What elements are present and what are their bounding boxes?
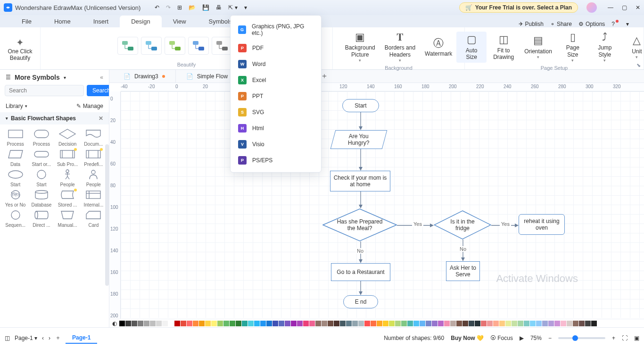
color-swatch[interactable] (187, 321, 192, 326)
shape-manual[interactable]: Manual... (55, 209, 80, 228)
color-swatch[interactable] (303, 321, 309, 326)
shapes-section-header[interactable]: ▾Basic Flowchart Shapes✕ (0, 112, 109, 124)
shape-sequen[interactable]: Sequen... (3, 209, 28, 228)
redo-button[interactable]: ↷ (166, 4, 171, 11)
color-swatch[interactable] (328, 321, 333, 326)
minimize-button[interactable]: — (608, 4, 613, 11)
close-section-icon[interactable]: ✕ (99, 115, 103, 122)
shape-decision[interactable]: Decision (55, 128, 80, 147)
shape-card[interactable]: Card (81, 209, 106, 228)
shape-start[interactable]: Start (29, 169, 54, 187)
zoom-out-button[interactable]: − (548, 335, 552, 341)
color-swatch[interactable] (334, 321, 339, 326)
color-swatch[interactable] (481, 321, 487, 326)
color-swatch[interactable] (150, 321, 156, 326)
buy-now-link[interactable]: Buy Now 💛 (451, 335, 484, 341)
color-swatch[interactable] (322, 321, 327, 326)
color-swatch[interactable] (579, 321, 585, 326)
color-swatch[interactable] (174, 321, 180, 326)
color-swatch[interactable] (432, 321, 438, 326)
save-button[interactable]: 💾 (202, 4, 209, 11)
color-swatch[interactable] (548, 321, 554, 326)
color-swatch[interactable] (383, 321, 388, 326)
color-swatch[interactable] (193, 321, 198, 326)
color-swatch[interactable] (444, 321, 450, 326)
color-swatch[interactable] (291, 321, 297, 326)
theme-style-0[interactable] (117, 37, 138, 55)
color-swatch[interactable] (217, 321, 223, 326)
color-swatch[interactable] (585, 321, 591, 326)
menu-design[interactable]: Design (120, 16, 161, 27)
node-reheat[interactable]: reheat it using oven (519, 214, 565, 235)
color-swatch[interactable] (119, 321, 125, 326)
color-swatch[interactable] (352, 321, 358, 326)
theme-style-2[interactable] (165, 37, 185, 55)
fit-page-button[interactable]: ⛶ (622, 335, 627, 341)
menu-insert[interactable]: Insert (82, 16, 120, 27)
shape-process[interactable]: Process (29, 128, 54, 147)
color-swatch[interactable] (254, 321, 260, 326)
color-swatch[interactable] (389, 321, 395, 326)
new-button[interactable]: ⊞ (177, 4, 182, 11)
color-swatch[interactable] (364, 321, 370, 326)
color-swatch[interactable] (279, 321, 284, 326)
fullscreen-button[interactable]: ▣ (634, 335, 639, 341)
theme-style-4[interactable] (212, 37, 232, 55)
next-page-button[interactable]: › (49, 335, 50, 341)
one-click-beautify-button[interactable]: ✦One Click Beautify (4, 35, 36, 63)
page-size-button[interactable]: ▯Page Size▾ (558, 29, 588, 65)
help-button[interactable]: ? (611, 21, 619, 27)
node-prepared[interactable]: Has she Prepared the Meal? (322, 208, 397, 241)
panel-scrollbar[interactable] (105, 144, 109, 286)
doc-tab-simpleflow[interactable]: 📄 Simple Flow (176, 70, 239, 83)
shape-start[interactable]: Start (3, 169, 28, 187)
export-item-ppt[interactable]: PPPT (231, 88, 321, 104)
color-swatch[interactable] (340, 321, 346, 326)
menu-file[interactable]: File (10, 16, 43, 27)
export-item-html[interactable]: HHtml (231, 120, 321, 136)
color-swatch[interactable] (554, 321, 560, 326)
color-swatch[interactable] (493, 321, 499, 326)
page-layout-icon[interactable]: ◫ (5, 335, 10, 341)
export-item-pseps[interactable]: PPS/EPS (231, 152, 321, 168)
background-picture-button[interactable]: ▣Background Picture▾ (341, 29, 379, 65)
collapse-panel-button[interactable]: « (100, 74, 103, 81)
shape-predefi[interactable]: Predefi... (81, 149, 106, 167)
page-tab-1[interactable]: Page-1 (66, 332, 97, 344)
library-label[interactable]: Library (6, 103, 23, 109)
color-swatch[interactable] (297, 321, 303, 326)
shape-yesorno[interactable]: YesYes or No (3, 189, 28, 207)
color-swatch[interactable] (272, 321, 278, 326)
shape-data[interactable]: Data (3, 149, 28, 167)
color-swatch[interactable] (156, 321, 162, 326)
shape-people[interactable]: People (81, 169, 106, 187)
color-swatch[interactable] (132, 321, 137, 326)
color-swatch[interactable] (248, 321, 254, 326)
color-swatch[interactable] (223, 321, 229, 326)
color-swatch[interactable] (230, 321, 235, 326)
color-swatch[interactable] (315, 321, 321, 326)
node-start[interactable]: Start (342, 99, 379, 112)
node-serve[interactable]: Ask Her to Serve (446, 261, 480, 281)
color-swatch[interactable] (181, 321, 186, 326)
drawing-canvas[interactable]: Start Are You Hungry? Check If your mom … (121, 91, 644, 318)
color-swatch[interactable] (407, 321, 413, 326)
color-swatch[interactable] (413, 321, 419, 326)
export-item-svg[interactable]: SSVG (231, 104, 321, 120)
export-item-visio[interactable]: VVisio (231, 136, 321, 152)
color-swatch[interactable] (426, 321, 431, 326)
color-swatch[interactable] (450, 321, 456, 326)
prev-page-button[interactable]: ‹ (42, 335, 44, 341)
color-swatch[interactable] (469, 321, 474, 326)
shape-stored[interactable]: Stored ... (55, 189, 80, 207)
color-swatch[interactable] (144, 321, 149, 326)
export-item-pdf[interactable]: PPDF (231, 40, 321, 56)
color-swatch[interactable] (395, 321, 401, 326)
color-swatch[interactable] (530, 321, 536, 326)
shape-internal[interactable]: Internal... (81, 189, 106, 207)
export-item-word[interactable]: WWord (231, 56, 321, 72)
color-swatch[interactable] (542, 321, 548, 326)
color-swatch[interactable] (309, 321, 315, 326)
color-swatch[interactable] (168, 321, 174, 326)
jump-style-button[interactable]: ⤴Jump Style▾ (590, 29, 620, 65)
